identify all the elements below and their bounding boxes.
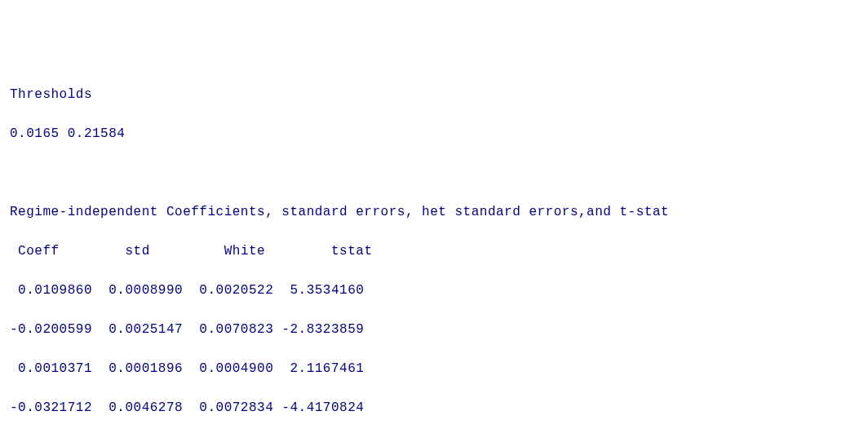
header-std: std bbox=[125, 244, 149, 259]
table-row: -0.0200599 0.0025147 0.0070823 -2.832385… bbox=[10, 320, 858, 339]
thresholds-values: 0.0165 0.21584 bbox=[10, 124, 858, 144]
header-white: White bbox=[224, 244, 266, 259]
header-coeff: Coeff bbox=[18, 244, 60, 259]
regime-independent-title: Regime-independent Coefficients, standar… bbox=[10, 202, 858, 222]
table-header: Coeff std White tstat bbox=[10, 241, 858, 261]
blank-line bbox=[10, 163, 858, 183]
table-row: 0.0010371 0.0001896 0.0004900 2.1167461 bbox=[10, 359, 858, 378]
table-row: -0.0321712 0.0046278 0.0072834 -4.417082… bbox=[10, 398, 858, 418]
table-row: 0.0109860 0.0008990 0.0020522 5.3534160 bbox=[10, 281, 858, 300]
header-tstat: tstat bbox=[331, 244, 373, 259]
thresholds-label: Thresholds bbox=[10, 85, 858, 104]
